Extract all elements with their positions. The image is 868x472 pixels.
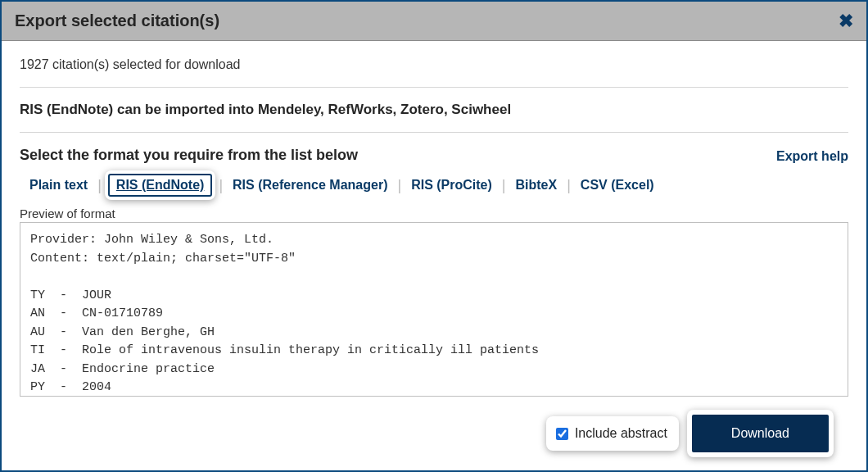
modal-footer: Include abstract Download xyxy=(20,397,848,470)
tab-bibtex[interactable]: BibteX xyxy=(506,173,567,197)
format-select-label: Select the format you require from the l… xyxy=(20,147,358,164)
download-button[interactable]: Download xyxy=(692,415,829,452)
export-help-link[interactable]: Export help xyxy=(776,149,848,164)
modal-header: Export selected citation(s) ✖ xyxy=(2,2,866,41)
include-abstract-label: Include abstract xyxy=(575,426,667,441)
format-info: RIS (EndNote) can be imported into Mende… xyxy=(20,88,848,133)
include-abstract-wrap: Include abstract xyxy=(546,416,679,451)
modal-title: Export selected citation(s) xyxy=(15,11,219,30)
tab-ris-endnote-highlight: RIS (EndNote) xyxy=(105,170,216,200)
download-button-highlight: Download xyxy=(687,410,834,457)
tab-separator: | xyxy=(97,177,102,194)
format-tabs: Plain text | RIS (EndNote) | RIS (Refere… xyxy=(20,170,848,205)
preview-label: Preview of format xyxy=(20,206,848,220)
include-abstract-checkbox[interactable] xyxy=(556,428,568,440)
tab-plain-text[interactable]: Plain text xyxy=(20,173,97,197)
export-citations-modal: Export selected citation(s) ✖ 1927 citat… xyxy=(0,0,868,472)
selection-count: 1927 citation(s) selected for download xyxy=(20,57,848,88)
tab-ris-endnote[interactable]: RIS (EndNote) xyxy=(108,174,213,197)
close-icon[interactable]: ✖ xyxy=(839,12,853,30)
format-header-row: Select the format you require from the l… xyxy=(20,133,848,170)
format-preview[interactable]: Provider: John Wiley & Sons, Ltd. Conten… xyxy=(20,222,848,397)
tab-csv-excel[interactable]: CSV (Excel) xyxy=(571,173,664,197)
tab-ris-reference-manager[interactable]: RIS (Reference Manager) xyxy=(223,173,397,197)
tab-ris-procite[interactable]: RIS (ProCite) xyxy=(401,173,502,197)
modal-body: 1927 citation(s) selected for download R… xyxy=(2,41,866,470)
